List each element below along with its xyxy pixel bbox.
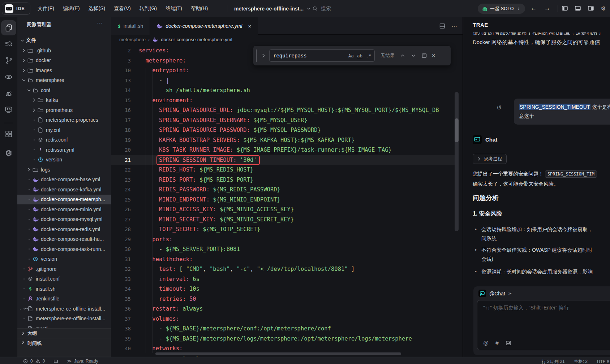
- code-line[interactable]: 16 SPRING_DATASOURCE_URL: jdbc:mysql://$…: [111, 105, 458, 116]
- code-line[interactable]: 22 REDIS_HOST: ${MS_REDIS_HOST}: [111, 165, 458, 175]
- code-line[interactable]: 20 K8S_TASK_RUNNER_IMAGE: ${MS_IMAGE_PRE…: [111, 145, 458, 155]
- file-tree-item[interactable]: conf: [17, 85, 111, 95]
- code-line[interactable]: 33 interval: 6s: [111, 274, 458, 285]
- indentation-setting[interactable]: 空格: 2: [574, 359, 588, 364]
- settings-gear-icon[interactable]: ⚙: [601, 5, 606, 12]
- code-line[interactable]: 27 MINIO_SECRET_KEY: ${MS_MINIO_SECRET_K…: [111, 215, 458, 225]
- activity-remote-screen-icon[interactable]: [1, 102, 16, 117]
- errors-icon[interactable]: [23, 359, 28, 364]
- cursor-position[interactable]: 行 21, 列 21: [542, 359, 565, 364]
- file-tree-item[interactable]: docker-compose-kafka.yml: [17, 185, 111, 195]
- menu-item[interactable]: 帮助(H): [186, 5, 212, 12]
- file-tree-item[interactable]: docker-compose-metersph...: [17, 195, 111, 205]
- code-line[interactable]: 28 TOTP_SECRET: ${MS_TOTP_SECRET}: [111, 225, 458, 235]
- code-line[interactable]: 29 ports:: [111, 235, 458, 245]
- file-tree-item[interactable]: my.cnf: [17, 125, 111, 135]
- tasks-icon[interactable]: ≫: [67, 359, 72, 364]
- file-tree-item[interactable]: logs: [17, 165, 111, 175]
- find-input[interactable]: [270, 53, 348, 58]
- code-line[interactable]: 17 SPRING_DATASOURCE_USERNAME: ${MS_MYSQ…: [111, 116, 458, 126]
- menu-item[interactable]: 选择(S): [84, 5, 110, 12]
- file-tree-item[interactable]: docker-compose-minio.yml: [17, 204, 111, 214]
- file-tree-item[interactable]: docker: [17, 56, 111, 66]
- code-line[interactable]: 35 retries: 50: [111, 294, 458, 304]
- find-widget-grip[interactable]: [256, 49, 257, 62]
- activity-extensions-grid-icon[interactable]: [1, 126, 16, 142]
- code-line[interactable]: 38 - ${MS_BASE}/metersphere/conf:/opt/me…: [111, 324, 458, 334]
- global-search[interactable]: 搜索: [312, 0, 331, 17]
- code-line[interactable]: 21 SPRING_SESSION_TIMEOUT: '30d': [111, 155, 458, 165]
- activity-search-list-icon[interactable]: [1, 36, 16, 52]
- context-hash-icon[interactable]: #: [495, 340, 498, 346]
- file-tree-item[interactable]: Jenkinsfile: [17, 294, 111, 304]
- activity-preview-eye-icon[interactable]: [1, 69, 16, 84]
- menu-item[interactable]: 编辑(E): [59, 5, 84, 12]
- match-case-toggle[interactable]: Aa: [348, 53, 354, 58]
- code-line[interactable]: 25 MINIO_ENDPOINT: ${MS_MINIO_ENDPOINT}: [111, 195, 458, 205]
- chat-input-box[interactable]: "↑↓" 切换历史输入，"Shift+Enter" 换行 @ #: [477, 300, 610, 350]
- file-tree-item[interactable]: .gitignore: [17, 264, 111, 274]
- file-tree-item[interactable]: ! redisson.yml: [17, 145, 111, 155]
- code-line[interactable]: 14 sh /shells/metersphere.sh: [111, 86, 458, 96]
- code-line[interactable]: 31 healthcheck:: [111, 255, 458, 265]
- code-line[interactable]: 13 - |: [111, 76, 458, 86]
- code-line[interactable]: 15 environment:: [111, 96, 458, 106]
- more-actions-icon[interactable]: ⋯: [97, 20, 103, 26]
- file-tree-item[interactable]: images: [17, 65, 111, 75]
- code-line[interactable]: 39 - ${MS_BASE}/metersphere/logs/metersp…: [111, 334, 458, 344]
- menu-item[interactable]: 终端(T): [161, 5, 186, 12]
- file-tree-item[interactable]: docker-compose-mysql.yml: [17, 214, 111, 225]
- encoding-setting[interactable]: UTF-8: [597, 359, 609, 364]
- file-tree-item[interactable]: prometheus: [17, 105, 111, 115]
- activity-plugin-power-icon[interactable]: [1, 146, 16, 161]
- thinking-process-toggle[interactable]: 思考过程: [473, 154, 507, 164]
- code-line[interactable]: 30 - ${MS_SERVER_PORT}:8081: [111, 244, 458, 255]
- ports-icon[interactable]: [53, 359, 58, 364]
- app-logo-button[interactable]: IDE: [2, 3, 30, 15]
- find-in-selection-icon[interactable]: [421, 53, 427, 58]
- solo-button[interactable]: 一起 SOLO: [478, 4, 525, 14]
- close-find-icon[interactable]: ×: [432, 52, 435, 59]
- file-tree-item[interactable]: version: [17, 254, 111, 264]
- code-line[interactable]: 10 entrypoint:: [111, 66, 458, 76]
- file-tree-item[interactable]: docker-compose-result-hu...: [17, 234, 111, 244]
- code-line[interactable]: 37 volumes:: [111, 314, 458, 324]
- code-line[interactable]: 24 REDIS_PASSWORD: ${MS_REDIS_PASSWORD}: [111, 185, 458, 195]
- whole-word-toggle[interactable]: ab: [357, 53, 362, 58]
- regex-toggle[interactable]: .*: [366, 53, 371, 58]
- file-tree-item[interactable]: version: [17, 155, 111, 165]
- find-previous-icon[interactable]: [400, 53, 405, 58]
- file-tree-item[interactable]: docker-compose-base.yml: [17, 175, 111, 185]
- menu-item[interactable]: 查看(V): [109, 5, 135, 12]
- file-tree-item[interactable]: docker-compose-task-runn...: [17, 244, 111, 254]
- file-tree-item[interactable]: metersphere-ee-offline-install...: [17, 314, 111, 324]
- activity-debug-bug-icon[interactable]: [1, 86, 16, 101]
- timeline-section-header[interactable]: 时间线: [17, 338, 111, 357]
- chat-mention[interactable]: @Chat: [489, 291, 505, 296]
- file-tree-item[interactable]: .github: [17, 46, 111, 56]
- files-section-header[interactable]: 文件: [17, 35, 111, 46]
- forward-arrow-icon[interactable]: →: [544, 5, 550, 12]
- back-arrow-icon[interactable]: ←: [530, 5, 537, 12]
- editor-horizontal-scrollbar[interactable]: [155, 352, 401, 355]
- toggle-bottom-panel-icon[interactable]: [575, 5, 581, 12]
- restore-message-icon[interactable]: ↺: [497, 104, 502, 112]
- file-tree-item[interactable]: redis.conf: [17, 135, 111, 145]
- code-line[interactable]: 32 test: [ "CMD", "bash", "-c", "< /dev/…: [111, 264, 458, 274]
- activity-source-control-icon[interactable]: [1, 53, 16, 68]
- code-line[interactable]: 23 REDIS_PORT: ${MS_REDIS_PORT}: [111, 175, 458, 185]
- project-selector[interactable]: metersphere-ce-offline-inst...: [234, 0, 311, 17]
- file-tree-item[interactable]: kafka: [17, 95, 111, 105]
- warnings-icon[interactable]: [35, 359, 40, 364]
- code-line[interactable]: 36 restart: always: [111, 304, 458, 314]
- menu-item[interactable]: 转到(G): [135, 5, 161, 12]
- file-tree-item[interactable]: metersphere: [17, 75, 111, 86]
- file-tree-item[interactable]: install.conf: [17, 274, 111, 284]
- outline-section-header[interactable]: 大纲: [17, 328, 111, 338]
- code-line[interactable]: 18 SPRING_DATASOURCE_PASSWORD: ${MS_MYSQ…: [111, 125, 458, 135]
- code-line[interactable]: 34 timeout: 10s: [111, 284, 458, 294]
- toggle-right-sidebar-icon[interactable]: [588, 5, 594, 12]
- code-area[interactable]: 2services: 3 metersphere: 10 entrypoint:…: [111, 17, 463, 357]
- toggle-replace-icon[interactable]: [261, 53, 266, 58]
- menu-item[interactable]: 文件(F): [33, 5, 59, 12]
